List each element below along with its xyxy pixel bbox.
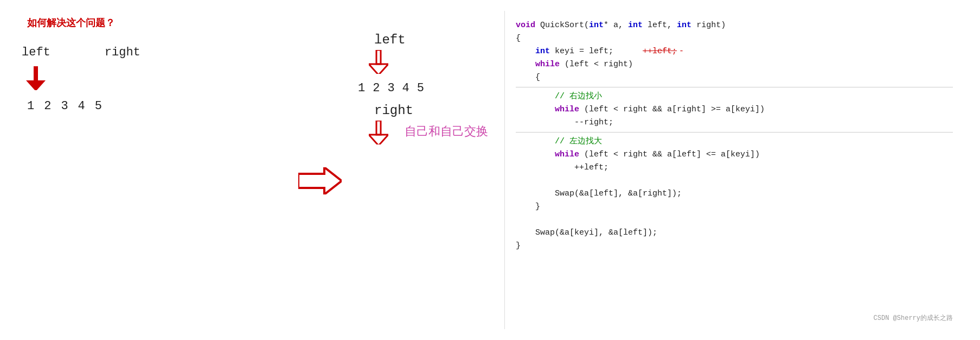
code-block-bottom: // 左边找大 while (left < right && a[left] <…: [516, 135, 953, 253]
num-5: 5: [95, 99, 102, 113]
code-line-12: [516, 174, 953, 187]
svg-marker-2: [298, 167, 342, 194]
mid-label-right: right: [374, 103, 413, 118]
code-line-15: [516, 213, 953, 226]
question-text: 如何解决这个问题？: [27, 16, 282, 29]
num-3: 3: [61, 99, 68, 113]
svg-marker-4: [369, 64, 388, 74]
code-line-4: while (left < right): [516, 58, 953, 71]
code-line-13: Swap(&a[left], &a[right]);: [516, 187, 953, 200]
code-line-2: {: [516, 32, 953, 45]
num-1: 1: [27, 99, 34, 113]
mn-2: 2: [373, 81, 380, 95]
code-divider-2: [516, 132, 953, 133]
swap-text: 自己和自己交换: [405, 124, 488, 138]
svg-rect-5: [376, 121, 381, 135]
mid-numbers: 1 2 3 4 5: [358, 81, 424, 95]
code-line-14: }: [516, 200, 953, 213]
code-line-17: }: [516, 240, 953, 253]
code-line-6: // 右边找小: [516, 90, 953, 103]
arrow-right-section: [287, 33, 353, 329]
mn-3: 3: [387, 81, 394, 95]
code-line-16: Swap(&a[keyi], &a[left]);: [516, 226, 953, 240]
num-4: 4: [78, 99, 85, 113]
code-line-8: --right;: [516, 116, 953, 129]
mid-label-left: left: [374, 33, 406, 47]
code-line-5: {: [516, 71, 953, 84]
svg-rect-0: [34, 66, 38, 80]
numbers-row: 1 2 3 4 5: [27, 99, 102, 113]
label-right: right: [105, 46, 140, 59]
mn-4: 4: [402, 81, 409, 95]
code-line-7: while (left < right && a[right] >= a[key…: [516, 103, 953, 116]
code-line-11: ++left;: [516, 161, 953, 174]
code-line-9: // 左边找大: [516, 135, 953, 148]
svg-marker-6: [369, 135, 388, 144]
big-right-arrow-icon: [298, 167, 342, 194]
svg-rect-3: [376, 50, 381, 64]
watermark: CSDN @Sherry的成长之路: [874, 313, 953, 324]
svg-marker-1: [26, 80, 46, 90]
left-arrow-down: [26, 66, 46, 92]
left-diagram: left right 1 2 3 4 5: [22, 46, 282, 113]
code-divider-1: [516, 87, 953, 87]
code-block-top: void QuickSort(int* a, int left, int rig…: [516, 19, 953, 84]
labels-row: left right: [22, 46, 140, 59]
mid-arrow-down-2-icon: [369, 121, 388, 147]
code-section: void QuickSort(int* a, int left, int rig…: [504, 11, 964, 329]
code-line-3: int keyi = left; ++left;-: [516, 45, 953, 58]
strikethrough-text: ++left;: [643, 47, 677, 56]
keyword-void: void: [516, 21, 535, 30]
main-container: 如何解决这个问题？ left right 1 2 3 4 5: [0, 0, 980, 340]
middle-section: left 1 2 3 4 5 right: [353, 11, 504, 329]
num-2: 2: [44, 99, 51, 113]
mid-arrow-down-icon: [369, 50, 388, 76]
arrow-down-icon: [26, 66, 46, 90]
code-block-middle: // 右边找小 while (left < right && a[right] …: [516, 90, 953, 129]
mn-1: 1: [358, 81, 365, 95]
mn-5: 5: [417, 81, 424, 95]
code-line-1: void QuickSort(int* a, int left, int rig…: [516, 19, 953, 32]
code-line-10: while (left < right && a[left] <= a[keyi…: [516, 148, 953, 161]
left-section: 如何解决这个问题？ left right 1 2 3 4 5: [16, 11, 287, 329]
label-left: left: [22, 46, 50, 59]
